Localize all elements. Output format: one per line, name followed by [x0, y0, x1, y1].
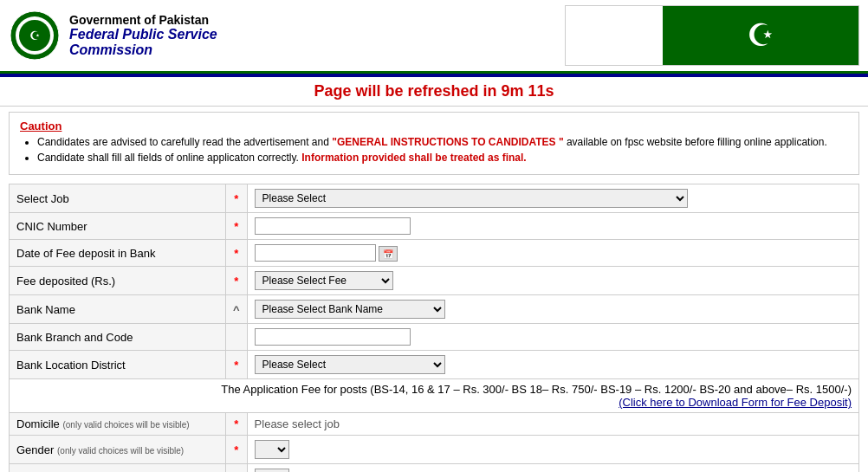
svg-text:☪: ☪ — [29, 29, 41, 42]
gender-label-text: Gender — [16, 443, 54, 456]
page-header: ☪ Government of Pakistan Federal Public … — [0, 0, 868, 74]
required-bank-location: * — [234, 359, 238, 372]
fee-download-link[interactable]: (Click here to Download Form for Fee Dep… — [619, 396, 852, 409]
required-cnic: * — [234, 220, 238, 233]
star-bank-branch — [226, 324, 248, 351]
star-select-job: * — [226, 184, 248, 213]
caution-text-1b: available on fpsc website before filling… — [564, 136, 827, 148]
caution-highlight-2: Information provided shall be treated as… — [301, 152, 526, 164]
row-domicile: Domicile (only valid choices will be vis… — [10, 413, 859, 436]
domicile-placeholder-text: Please select job — [255, 417, 340, 430]
star-date: * — [226, 240, 248, 267]
row-fee-info: The Application Fee for posts (BS-14, 16… — [10, 379, 859, 413]
fpsc-line1: Federal Public Service — [69, 27, 217, 42]
row-bank-name: Bank Name ^ Please Select Bank Name — [10, 295, 859, 324]
label-gender: Gender (only valid choices will be visib… — [10, 436, 226, 464]
field-religion — [247, 464, 858, 473]
refresh-text: Page will be refreshed in 9m 11s — [314, 82, 554, 100]
main-content: Caution Candidates are advised to carefu… — [0, 107, 868, 472]
caution-text-2a: Candidate shall fill all fields of onlin… — [37, 152, 301, 164]
fee-dropdown[interactable]: Please Select Fee — [255, 271, 393, 290]
row-bank-branch: Bank Branch and Code — [10, 324, 859, 351]
label-bank-location: Bank Location District — [10, 351, 226, 379]
field-bank-branch — [247, 324, 858, 351]
application-form: Select Job * Please Select CNIC Number *… — [9, 184, 859, 472]
field-domicile: Please select job — [247, 413, 858, 436]
field-fee: Please Select Fee — [247, 267, 858, 295]
label-bank-name: Bank Name — [10, 295, 226, 324]
required-select-job: * — [234, 192, 238, 205]
label-cnic: CNIC Number — [10, 213, 226, 240]
domicile-label-text: Domicile — [16, 417, 60, 430]
required-gender: * — [234, 443, 238, 456]
row-select-job: Select Job * Please Select — [10, 184, 859, 213]
label-select-job: Select Job — [10, 184, 226, 213]
row-bank-location: Bank Location District * Please Select — [10, 351, 859, 379]
pakistan-flag: ☪ — [565, 5, 859, 66]
bank-location-dropdown[interactable]: Please Select — [255, 355, 445, 374]
star-fee: * — [226, 267, 248, 295]
field-date: 📅 — [247, 240, 858, 267]
gov-title: Government of Pakistan — [69, 13, 217, 27]
select-job-dropdown[interactable]: Please Select — [255, 189, 688, 208]
star-bank-name: ^ — [226, 295, 248, 324]
gender-small-label: (only valid choices will be visible) — [57, 446, 184, 456]
required-fee: * — [234, 275, 238, 288]
field-cnic — [247, 213, 858, 240]
required-domicile: * — [234, 417, 238, 430]
caution-title: Caution — [20, 120, 848, 133]
caution-link-1[interactable]: "GENERAL INSTRUCTIONS TO CANDIDATES " — [332, 136, 563, 148]
fpsc-line2: Commission — [69, 42, 217, 58]
field-bank-location: Please Select — [247, 351, 858, 379]
header-text-block: Government of Pakistan Federal Public Se… — [69, 13, 217, 58]
label-bank-branch: Bank Branch and Code — [10, 324, 226, 351]
label-date: Date of Fee deposit in Bank — [10, 240, 226, 267]
field-select-job: Please Select — [247, 184, 858, 213]
field-bank-name: Please Select Bank Name — [247, 295, 858, 324]
label-domicile: Domicile (only valid choices will be vis… — [10, 413, 226, 436]
required-date: * — [234, 247, 238, 260]
gov-logo: ☪ — [9, 10, 61, 61]
row-gender: Gender (only valid choices will be visib… — [10, 436, 859, 464]
field-gender — [247, 436, 858, 464]
calendar-icon[interactable]: 📅 — [379, 246, 398, 262]
flag-crescent: ☪ — [663, 6, 858, 65]
caution-text-1a: Candidates are advised to carefully read… — [37, 136, 332, 148]
fee-info-text: The Application Fee for posts (BS-14, 16… — [221, 383, 852, 396]
cnic-input[interactable] — [255, 217, 411, 235]
bank-name-dropdown[interactable]: Please Select Bank Name — [255, 300, 445, 319]
row-fee: Fee deposited (Rs.) * Please Select Fee — [10, 267, 859, 295]
label-religion: Religion (only valid choices will be vis… — [10, 464, 226, 473]
domicile-small-label: (only valid choices will be visible) — [62, 420, 189, 430]
star-gender: * — [226, 436, 248, 464]
caution-item-2: Candidate shall fill all fields of onlin… — [37, 152, 848, 164]
star-bank-location: * — [226, 351, 248, 379]
star-religion: * — [226, 464, 248, 473]
caution-box: Caution Candidates are advised to carefu… — [9, 112, 859, 175]
refresh-bar: Page will be refreshed in 9m 11s — [0, 77, 868, 107]
row-date: Date of Fee deposit in Bank * 📅 — [10, 240, 859, 267]
row-cnic: CNIC Number * — [10, 213, 859, 240]
row-religion: Religion (only valid choices will be vis… — [10, 464, 859, 473]
label-fee: Fee deposited (Rs.) — [10, 267, 226, 295]
fee-info-cell: The Application Fee for posts (BS-14, 16… — [10, 379, 859, 413]
star-cnic: * — [226, 213, 248, 240]
date-input[interactable] — [255, 244, 376, 262]
bank-branch-input[interactable] — [255, 328, 411, 346]
religion-dropdown[interactable] — [255, 469, 289, 472]
caret-bank-name: ^ — [233, 303, 240, 316]
caution-list: Candidates are advised to carefully read… — [20, 136, 848, 164]
star-domicile: * — [226, 413, 248, 436]
gender-dropdown[interactable] — [255, 440, 289, 459]
caution-item-1: Candidates are advised to carefully read… — [37, 136, 848, 148]
